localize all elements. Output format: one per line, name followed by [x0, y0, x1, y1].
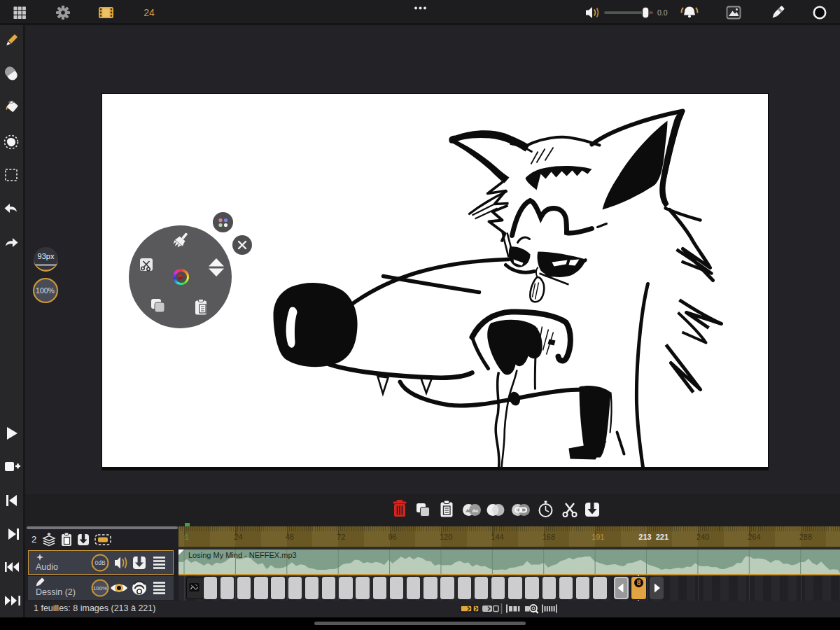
svg-text:Losing My Mind - NEFFEX.mp3: Losing My Mind - NEFFEX.mp3: [188, 551, 297, 559]
svg-text:2: 2: [31, 534, 36, 545]
svg-text:Dessin (2): Dessin (2): [36, 587, 76, 597]
svg-text:100%: 100%: [93, 585, 107, 592]
svg-text:0dB: 0dB: [94, 559, 105, 566]
svg-text:24: 24: [144, 7, 155, 18]
svg-text:Audio: Audio: [36, 562, 58, 572]
svg-text:0.0: 0.0: [657, 8, 668, 17]
